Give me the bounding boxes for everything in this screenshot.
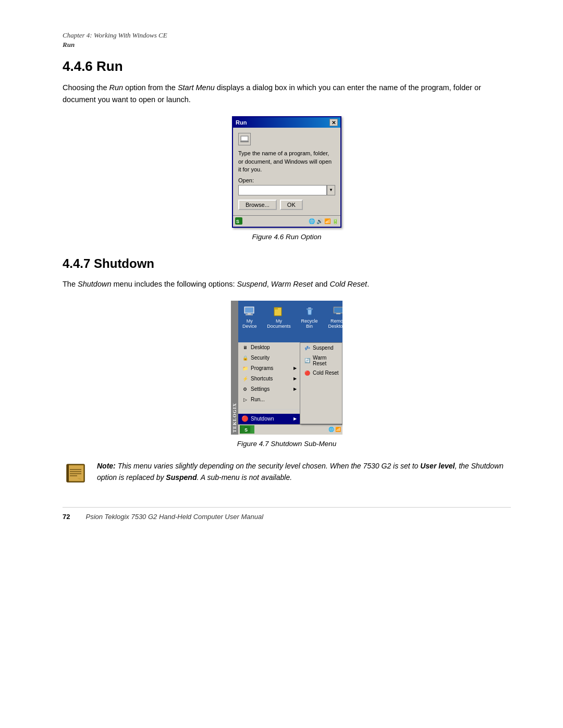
section-446-heading: 4.4.6 Run bbox=[63, 58, 511, 75]
svg-marker-11 bbox=[274, 307, 278, 310]
shortcuts-arrow-icon: ▶ bbox=[293, 376, 297, 381]
desktop-icon-remote: Remote Desktop... bbox=[328, 305, 342, 338]
submenu-warm-reset[interactable]: 🔄 Warm Reset bbox=[300, 353, 342, 368]
footer-manual-title: Psion Teklogix 7530 G2 Hand-Held Compute… bbox=[85, 513, 263, 521]
note-text-content: Note: This menu varies slightly dependin… bbox=[97, 460, 511, 484]
svg-rect-6 bbox=[245, 307, 253, 313]
submenu-suspend-label: Suspend bbox=[313, 345, 333, 351]
svg-text:S: S bbox=[236, 219, 239, 224]
section-447-body: The Shutdown menu includes the following… bbox=[63, 278, 511, 290]
note-box: Note: This menu varies slightly dependin… bbox=[63, 460, 511, 486]
dropdown-button[interactable]: ▼ bbox=[327, 185, 335, 195]
start-button[interactable]: S bbox=[235, 217, 242, 225]
menu-item-desktop-label: Desktop bbox=[251, 344, 270, 350]
my-documents-icon bbox=[273, 305, 285, 317]
figure-447: TEKLOGIX My Device bbox=[63, 301, 511, 448]
note-book-icon bbox=[63, 460, 89, 486]
desktop-area: My Device My Documents bbox=[238, 301, 342, 342]
desktop-icon-recyclebin: Recycle Bin bbox=[301, 305, 318, 338]
shutdown-screen: My Device My Documents bbox=[238, 301, 342, 435]
start-menu-panel: 🖥 Desktop 🔒 Security 📁 Programs ▶ bbox=[238, 342, 300, 424]
my-documents-label: My Documents bbox=[267, 318, 291, 329]
menu-item-shortcuts-label: Shortcuts bbox=[251, 376, 273, 381]
settings-arrow-icon: ▶ bbox=[293, 387, 297, 391]
note-label: Note: bbox=[97, 462, 116, 470]
settings-menu-icon: ⚙ bbox=[241, 386, 249, 393]
open-input[interactable] bbox=[238, 185, 327, 195]
dialog-close-button[interactable]: ✕ bbox=[329, 119, 338, 126]
menu-item-desktop[interactable]: 🖥 Desktop bbox=[238, 342, 300, 353]
run-menu-icon: ▷ bbox=[241, 396, 249, 403]
menu-item-security-label: Security bbox=[251, 355, 270, 361]
submenu-cold-reset[interactable]: 🔴 Cold Reset bbox=[300, 368, 342, 378]
svg-rect-2 bbox=[240, 141, 249, 142]
recycle-bin-icon bbox=[303, 305, 316, 317]
section-447-heading: 4.4.7 Shutdown bbox=[63, 256, 511, 271]
svg-rect-16 bbox=[336, 313, 340, 314]
menu-item-security[interactable]: 🔒 Security bbox=[238, 353, 300, 363]
shutdown-screen-wrapper: TEKLOGIX My Device bbox=[231, 301, 342, 435]
menu-item-shutdown-label: Shutdown bbox=[251, 416, 274, 422]
run-dialog-icon bbox=[238, 133, 251, 145]
menu-item-shortcuts[interactable]: ⚡ Shortcuts ▶ bbox=[238, 374, 300, 384]
svg-rect-20 bbox=[68, 465, 83, 481]
figure-446-caption: Figure 4.6 Run Option bbox=[252, 233, 322, 241]
device-taskbar: S 🌐 🔊 📶 🔋 bbox=[233, 215, 340, 227]
desktop-icon-mydocuments: My Documents bbox=[267, 305, 291, 338]
cold-reset-icon: 🔴 bbox=[303, 369, 311, 377]
section-446-body: Choosing the Run option from the Start M… bbox=[63, 82, 511, 106]
svg-rect-25 bbox=[67, 464, 69, 482]
page-footer: 72 Psion Teklogix 7530 G2 Hand-Held Comp… bbox=[63, 507, 511, 521]
ok-button[interactable]: OK bbox=[280, 200, 303, 210]
menu-item-run-label: Run... bbox=[251, 397, 265, 402]
dialog-instruction: Type the name of a program, folder, or d… bbox=[238, 150, 335, 174]
svg-rect-1 bbox=[241, 137, 248, 140]
menu-item-programs-label: Programs bbox=[251, 365, 273, 371]
dialog-titlebar: Run ✕ bbox=[233, 117, 340, 128]
open-label: Open: bbox=[238, 177, 335, 183]
shutdown-submenu: 💤 Suspend 🔄 Warm Reset 🔴 Cold Reset bbox=[300, 342, 342, 424]
remote-desktop-label: Remote Desktop... bbox=[328, 318, 342, 329]
run-dialog: Run ✕ Type the name of a program, folder… bbox=[232, 116, 341, 227]
recycle-bin-label: Recycle Bin bbox=[301, 318, 318, 329]
breadcrumb: Chapter 4: Working With Windows CE Run bbox=[63, 31, 511, 49]
taskbar-tray: 🌐 🔊 📶 🔋 bbox=[309, 218, 338, 224]
taskbar-tray-shutdown: 🌐📶 bbox=[328, 427, 341, 432]
start-menu-layout: 🖥 Desktop 🔒 Security 📁 Programs ▶ bbox=[238, 342, 342, 424]
svg-rect-8 bbox=[246, 314, 253, 315]
warm-reset-icon: 🔄 bbox=[303, 357, 311, 364]
svg-rect-13 bbox=[308, 307, 311, 309]
suspend-icon: 💤 bbox=[303, 344, 311, 352]
shortcuts-menu-icon: ⚡ bbox=[241, 375, 249, 382]
programs-arrow-icon: ▶ bbox=[293, 366, 297, 371]
programs-menu-icon: 📁 bbox=[241, 365, 249, 372]
desktop-icon-mydevice: My Device bbox=[242, 305, 257, 338]
menu-item-settings-label: Settings bbox=[251, 386, 270, 392]
my-device-label: My Device bbox=[242, 318, 257, 329]
menu-item-shutdown[interactable]: 🔴 Shutdown ▶ bbox=[238, 414, 300, 424]
taskbar-start-button[interactable]: S bbox=[240, 425, 254, 434]
page-number: 72 bbox=[63, 513, 70, 521]
submenu-suspend[interactable]: 💤 Suspend bbox=[300, 343, 342, 353]
note-body: This menu varies slightly depending on t… bbox=[97, 462, 504, 482]
security-menu-icon: 🔒 bbox=[241, 354, 249, 362]
submenu-warm-reset-label: Warm Reset bbox=[313, 355, 339, 366]
menu-item-run[interactable]: ▷ Run... bbox=[238, 394, 300, 405]
shutdown-menu-icon: 🔴 bbox=[241, 415, 249, 423]
dialog-title: Run bbox=[236, 119, 247, 126]
figure-446: Run ✕ Type the name of a program, folder… bbox=[63, 116, 511, 240]
svg-rect-7 bbox=[248, 313, 251, 314]
svg-rect-15 bbox=[334, 307, 342, 313]
teklogix-sidebar: TEKLOGIX bbox=[231, 301, 238, 435]
submenu-cold-reset-label: Cold Reset bbox=[313, 370, 338, 376]
browse-button[interactable]: Browse... bbox=[238, 200, 277, 210]
svg-text:S: S bbox=[244, 427, 248, 433]
menu-item-settings[interactable]: ⚙ Settings ▶ bbox=[238, 384, 300, 394]
desktop-menu-icon: 🖥 bbox=[241, 344, 249, 351]
figure-447-caption: Figure 4.7 Shutdown Sub-Menu bbox=[237, 440, 337, 448]
my-device-icon bbox=[243, 305, 256, 317]
menu-item-programs[interactable]: 📁 Programs ▶ bbox=[238, 363, 300, 374]
shutdown-taskbar: S 🌐📶 bbox=[238, 424, 342, 435]
shutdown-arrow-icon: ▶ bbox=[293, 416, 297, 421]
remote-desktop-icon bbox=[333, 305, 342, 317]
